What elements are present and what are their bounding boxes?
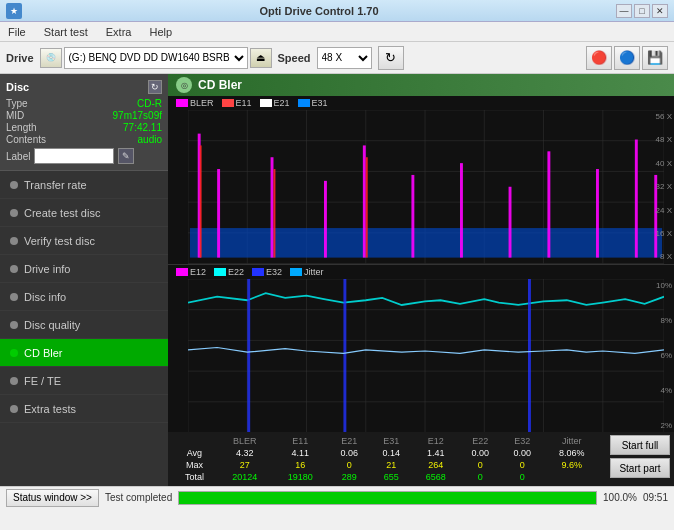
drive-action-buttons: 🔴 🔵 💾	[586, 46, 668, 70]
stats-row-avg: Avg 4.32 4.11 0.06 0.14 1.41 0.00 0.00 8…	[172, 447, 600, 459]
nav-indicator	[10, 237, 18, 245]
disc-panel: Disc ↻ Type CD-R MID 97m17s09f Length 77…	[0, 74, 168, 171]
minimize-button[interactable]: —	[616, 4, 632, 18]
stats-col-e21: E21	[328, 435, 370, 447]
stats-total-e32: 0	[501, 471, 543, 483]
stats-max-label: Max	[172, 459, 217, 471]
stats-avg-e22: 0.00	[459, 447, 501, 459]
refresh-button[interactable]: ↻	[378, 46, 404, 70]
close-button[interactable]: ✕	[652, 4, 668, 18]
svg-rect-29	[200, 145, 202, 257]
sidebar: Disc ↻ Type CD-R MID 97m17s09f Length 77…	[0, 74, 168, 486]
copy-button[interactable]: 🔵	[614, 46, 640, 70]
bottom-chart-right-axis: 10% 8% 6% 4% 2%	[646, 279, 674, 433]
disc-mid-value: 97m17s09f	[113, 110, 162, 121]
drive-bar: Drive 💿 (G:) BENQ DVD DD DW1640 BSRB ⏏ S…	[0, 42, 674, 74]
sidebar-item-transfer-rate[interactable]: Transfer rate	[0, 171, 168, 199]
sidebar-item-verify-test-disc[interactable]: Verify test disc	[0, 227, 168, 255]
sidebar-item-cd-bler[interactable]: CD Bler	[0, 339, 168, 367]
menu-help[interactable]: Help	[145, 22, 176, 41]
eject-button[interactable]: ⏏	[250, 48, 272, 68]
legend-e32-color	[252, 268, 264, 276]
menu-extra[interactable]: Extra	[102, 22, 136, 41]
stats-row-total: Total 20124 19180 289 655 6568 0 0	[172, 471, 600, 483]
progress-bar-fill	[179, 492, 596, 504]
maximize-button[interactable]: □	[634, 4, 650, 18]
speed-label: Speed	[278, 52, 311, 64]
save-button[interactable]: 💾	[642, 46, 668, 70]
stats-avg-label: Avg	[172, 447, 217, 459]
test-buttons: Start full Start part	[610, 435, 670, 478]
legend-bler-color	[176, 99, 188, 107]
legend-e31-color	[298, 99, 310, 107]
legend-e31-label: E31	[312, 98, 328, 108]
top-chart-legend: BLER E11 E21 E31	[168, 96, 674, 110]
start-full-button[interactable]: Start full	[610, 435, 670, 455]
sidebar-item-disc-quality[interactable]: Disc quality	[0, 311, 168, 339]
nav-indicator	[10, 181, 18, 189]
stats-max-e22: 0	[459, 459, 501, 471]
disc-type-value: CD-R	[137, 98, 162, 109]
disc-label-input[interactable]	[34, 148, 114, 164]
legend-e11-color	[222, 99, 234, 107]
stats-total-jitter	[543, 471, 600, 483]
top-chart-right-axis: 56 X 48 X 40 X 32 X 24 X 16 X 8 X	[646, 110, 674, 264]
menu-file[interactable]: File	[4, 22, 30, 41]
stats-avg-e31: 0.14	[370, 447, 412, 459]
top-chart-svg: 20 15 10 5 0 0 10 20 30 40 50 60 70 80 m…	[188, 110, 664, 264]
start-part-button[interactable]: Start part	[610, 458, 670, 478]
nav-indicator	[10, 405, 18, 413]
stats-col-e31: E31	[370, 435, 412, 447]
sidebar-item-label: FE / TE	[24, 375, 61, 387]
disc-label-edit-button[interactable]: ✎	[118, 148, 134, 164]
status-bar: Status window >> Test completed 100.0% 0…	[0, 486, 674, 508]
legend-e22-color	[214, 268, 226, 276]
stats-table: BLER E11 E21 E31 E12 E22 E32 Jitter Avg …	[172, 435, 600, 483]
svg-rect-19	[271, 157, 274, 257]
legend-e12-color	[176, 268, 188, 276]
stats-avg-bler: 4.32	[217, 447, 273, 459]
disc-label-label: Label	[6, 151, 30, 162]
svg-rect-64	[528, 279, 531, 433]
disc-contents-label: Contents	[6, 134, 46, 145]
stats-total-e21: 289	[328, 471, 370, 483]
nav-indicator	[10, 209, 18, 217]
stats-col-e11: E11	[272, 435, 328, 447]
menu-start-test[interactable]: Start test	[40, 22, 92, 41]
svg-rect-23	[460, 163, 463, 257]
stats-total-e12: 6568	[412, 471, 459, 483]
disc-refresh-button[interactable]: ↻	[148, 80, 162, 94]
sidebar-item-label: Transfer rate	[24, 179, 87, 191]
chart-header-icon: ◎	[176, 77, 192, 93]
legend-e12-label: E12	[190, 267, 206, 277]
stats-max-e12: 264	[412, 459, 459, 471]
progress-percent: 100.0%	[603, 492, 637, 503]
status-window-button[interactable]: Status window >>	[6, 489, 99, 507]
drive-select[interactable]: (G:) BENQ DVD DD DW1640 BSRB	[64, 47, 248, 69]
disc-contents-value: audio	[138, 134, 162, 145]
sidebar-item-label: Drive info	[24, 263, 70, 275]
svg-rect-16	[190, 228, 662, 258]
content-area: ◎ CD Bler BLER E11 E21	[168, 74, 674, 486]
svg-rect-25	[547, 151, 550, 257]
svg-rect-27	[635, 140, 638, 258]
sidebar-item-extra-tests[interactable]: Extra tests	[0, 395, 168, 423]
sidebar-item-fe-te[interactable]: FE / TE	[0, 367, 168, 395]
stats-avg-e11: 4.11	[272, 447, 328, 459]
legend-e32-label: E32	[266, 267, 282, 277]
stats-total-bler: 20124	[217, 471, 273, 483]
nav-items: Transfer rate Create test disc Verify te…	[0, 171, 168, 486]
stats-col-empty	[172, 435, 217, 447]
window-controls: — □ ✕	[616, 4, 668, 18]
erase-button[interactable]: 🔴	[586, 46, 612, 70]
sidebar-item-create-test-disc[interactable]: Create test disc	[0, 199, 168, 227]
title-bar: ★ Opti Drive Control 1.70 — □ ✕	[0, 0, 674, 22]
speed-select[interactable]: 48 X 40 X 32 X 24 X	[317, 47, 372, 69]
sidebar-item-label: Extra tests	[24, 403, 76, 415]
legend-e22-label: E22	[228, 267, 244, 277]
disc-title: Disc	[6, 81, 29, 93]
stats-col-e32: E32	[501, 435, 543, 447]
legend-jitter-label: Jitter	[304, 267, 324, 277]
sidebar-item-disc-info[interactable]: Disc info	[0, 283, 168, 311]
sidebar-item-drive-info[interactable]: Drive info	[0, 255, 168, 283]
